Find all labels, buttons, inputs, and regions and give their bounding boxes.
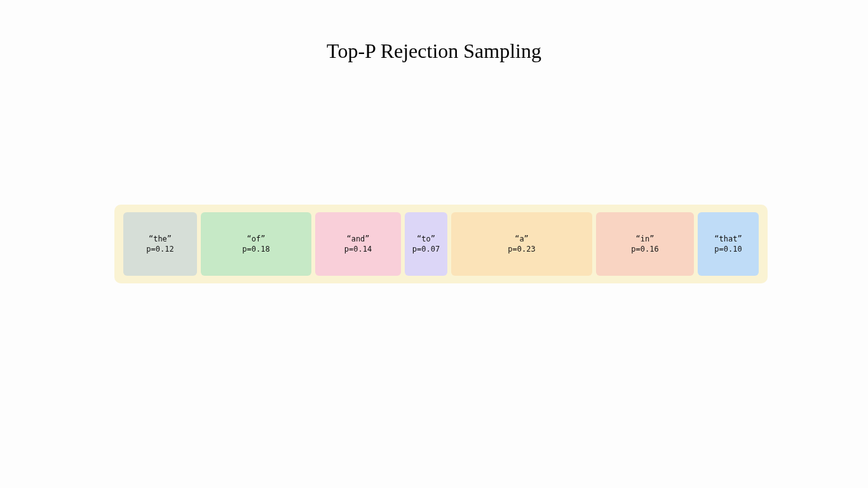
token-word: “of”	[247, 234, 266, 244]
token-box: “in”p=0.16	[596, 212, 694, 276]
token-word: “that”	[714, 234, 742, 244]
page-title: Top-P Rejection Sampling	[0, 39, 868, 63]
token-prob: p=0.18	[242, 244, 269, 254]
token-prob: p=0.16	[631, 244, 658, 254]
token-prob: p=0.23	[508, 244, 535, 254]
token-word: “in”	[636, 234, 654, 244]
token-box: “to”p=0.07	[405, 212, 447, 276]
token-box: “the”p=0.12	[123, 212, 197, 276]
token-box: “and”p=0.14	[315, 212, 401, 276]
token-prob: p=0.14	[344, 244, 372, 254]
token-box: “a”p=0.23	[451, 212, 592, 276]
token-word: “the”	[149, 234, 172, 244]
token-word: “a”	[515, 234, 529, 244]
token-prob: p=0.10	[714, 244, 742, 254]
token-box: “that”p=0.10	[698, 212, 759, 276]
token-prob: p=0.12	[146, 244, 173, 254]
token-box: “of”p=0.18	[201, 212, 311, 276]
token-band: “the”p=0.12“of”p=0.18“and”p=0.14“to”p=0.…	[114, 205, 768, 283]
token-prob: p=0.07	[412, 244, 440, 254]
token-word: “to”	[417, 234, 435, 244]
diagram-page: Top-P Rejection Sampling “the”p=0.12“of”…	[0, 0, 868, 488]
token-word: “and”	[346, 234, 369, 244]
